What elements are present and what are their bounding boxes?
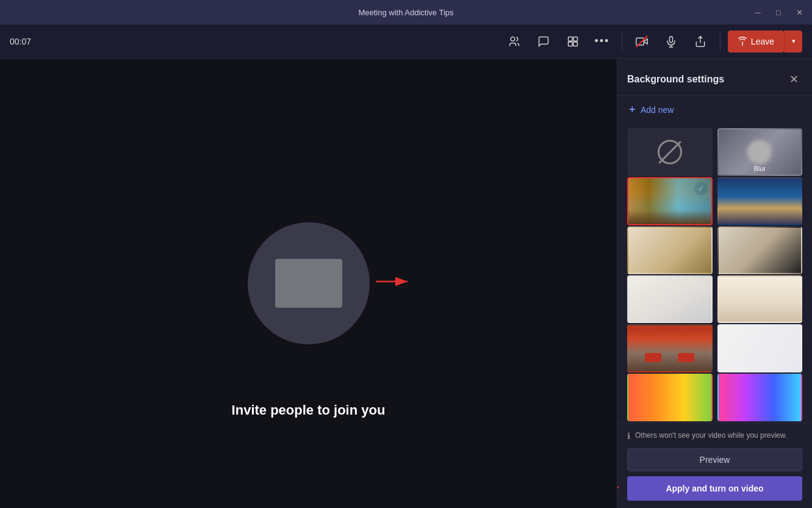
leave-button[interactable]: Leave [728, 31, 784, 53]
more-options-button[interactable]: ••• [590, 29, 614, 54]
apply-arrow [617, 480, 623, 497]
background-settings-panel: Background settings ✕ ＋ Add new Blur [617, 59, 812, 508]
participants-button[interactable] [502, 29, 526, 54]
microphone-button[interactable] [659, 29, 683, 54]
preview-info-row: ℹ Others won't see your video while you … [627, 430, 802, 441]
svg-rect-1 [568, 37, 572, 41]
titlebar: Meeting with Addictive Tips ─ □ ✕ [0, 0, 812, 24]
meeting-toolbar: 00:07 ••• [0, 24, 812, 59]
apply-button[interactable]: Apply and turn on video [627, 476, 802, 501]
background-none[interactable] [627, 128, 713, 176]
background-grid: Blur ✓ [617, 123, 812, 423]
preview-button[interactable]: Preview [627, 448, 802, 471]
add-icon: ＋ [627, 103, 637, 116]
info-icon: ℹ [627, 431, 630, 441]
user-avatar [248, 222, 370, 344]
panel-title: Background settings [627, 74, 724, 85]
svg-rect-2 [573, 37, 578, 41]
toolbar-divider-2 [720, 32, 720, 51]
meeting-timer: 00:07 [10, 37, 31, 46]
minimize-button[interactable]: ─ [752, 8, 763, 17]
add-new-label: Add new [641, 105, 674, 115]
share-button[interactable] [688, 29, 713, 54]
panel-close-button[interactable]: ✕ [785, 71, 802, 88]
background-loft[interactable] [627, 324, 713, 372]
background-white1[interactable] [627, 275, 713, 323]
background-city[interactable] [717, 177, 803, 225]
preview-info-text: Others won't see your video while you pr… [635, 430, 787, 441]
main-area: Invite people to join you Background set… [0, 59, 812, 508]
background-gradient2[interactable] [717, 374, 803, 421]
avatar-placeholder [275, 259, 342, 308]
none-icon [658, 140, 682, 164]
invite-text: Invite people to join you [232, 402, 386, 418]
breakout-button[interactable] [561, 29, 585, 54]
maximize-button[interactable]: □ [773, 8, 784, 17]
chat-button[interactable] [531, 29, 556, 54]
window-title: Meeting with Addictive Tips [358, 8, 453, 17]
blur-label: Blur [753, 165, 766, 172]
svg-point-0 [511, 37, 515, 41]
selection-arrow [376, 274, 412, 291]
background-blur[interactable]: Blur [717, 128, 803, 176]
background-office1[interactable]: ✓ [627, 177, 713, 225]
panel-footer: ℹ Others won't see your video while you … [617, 423, 812, 508]
apply-btn-container: Apply and turn on video [627, 476, 802, 501]
toolbar-divider [622, 32, 622, 51]
toolbar-actions: ••• [502, 29, 802, 54]
close-button[interactable]: ✕ [794, 8, 805, 17]
svg-rect-3 [568, 42, 572, 46]
svg-marker-5 [644, 38, 647, 43]
background-white3[interactable] [717, 324, 803, 372]
video-area: Invite people to join you [0, 59, 617, 508]
add-new-button[interactable]: ＋ Add new [617, 96, 812, 123]
window-controls: ─ □ ✕ [752, 8, 805, 17]
background-office2[interactable] [627, 227, 713, 274]
svg-rect-4 [573, 42, 578, 46]
panel-header: Background settings ✕ [617, 59, 812, 96]
leave-button-group: Leave ▾ [728, 31, 802, 53]
svg-rect-6 [636, 38, 644, 45]
camera-button[interactable] [630, 29, 654, 54]
svg-rect-7 [669, 36, 672, 42]
background-gradient1[interactable] [627, 374, 713, 421]
background-white2[interactable] [717, 275, 803, 323]
background-modern1[interactable] [717, 227, 803, 274]
leave-dropdown-button[interactable]: ▾ [784, 31, 802, 53]
